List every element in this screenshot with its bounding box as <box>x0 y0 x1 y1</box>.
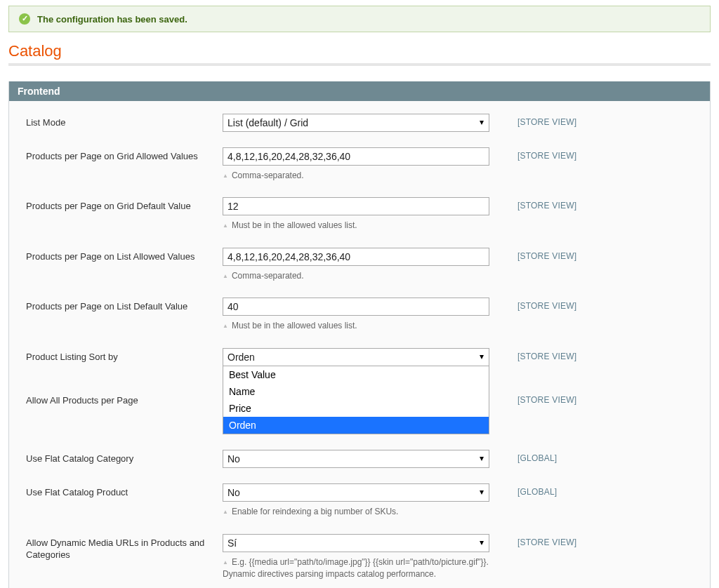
notice-text: The configuration has been saved. <box>37 14 187 25</box>
page-title: Catalog <box>8 42 711 60</box>
list-default-input[interactable] <box>223 298 489 316</box>
row-list-default: Products per Page on List Default Value … <box>26 298 700 332</box>
row-flat-category: Use Flat Catalog Category No [GLOBAL] <box>26 450 700 468</box>
sort-option-orden[interactable]: Orden <box>223 417 489 434</box>
scope-label: [STORE VIEW] <box>517 147 576 161</box>
row-flat-product: Use Flat Catalog Product No Enable for r… <box>26 483 700 518</box>
label-list-mode: List Mode <box>26 114 223 129</box>
label-grid-default: Products per Page on Grid Default Value <box>26 197 223 213</box>
row-grid-default: Products per Page on Grid Default Value … <box>26 197 700 232</box>
sort-option-best-value[interactable]: Best Value <box>223 366 489 383</box>
check-icon <box>19 13 30 25</box>
label-list-default: Products per Page on List Default Value <box>26 298 223 313</box>
row-dynamic-media: Allow Dynamic Media URLs in Products and… <box>26 534 700 581</box>
scope-label: [STORE VIEW] <box>517 298 576 311</box>
select-wrap: No <box>223 483 489 502</box>
row-sort-by: Product Listing Sort by Orden Best Value… <box>26 348 700 366</box>
flat-category-select[interactable]: No <box>223 450 489 468</box>
grid-allowed-input[interactable] <box>223 147 489 166</box>
panel-body: List Mode List (default) / Grid [STORE V… <box>9 101 710 588</box>
sort-option-price[interactable]: Price <box>223 400 489 417</box>
scope-label: [STORE VIEW] <box>517 197 576 211</box>
row-list-allowed: Products per Page on List Allowed Values… <box>26 248 700 282</box>
sort-option-name[interactable]: Name <box>223 383 489 400</box>
label-sort-by: Product Listing Sort by <box>26 348 223 363</box>
flat-product-select[interactable]: No <box>223 483 489 502</box>
frontend-panel: Frontend List Mode List (default) / Grid… <box>8 81 711 588</box>
success-notice: The configuration has been saved. <box>8 6 711 32</box>
select-wrap: List (default) / Grid <box>223 114 489 132</box>
hint-grid-default: Must be in the allowed values list. <box>223 220 489 232</box>
sort-by-select[interactable]: Orden <box>223 348 489 366</box>
select-wrap: No <box>223 450 489 468</box>
row-grid-allowed: Products per Page on Grid Allowed Values… <box>26 147 700 182</box>
hint-dynamic-media: E.g. {{media url="path/to/image.jpg"}} {… <box>223 556 489 581</box>
select-wrap: Sí <box>223 534 489 552</box>
hint-list-default: Must be in the allowed values list. <box>223 320 489 332</box>
dynamic-media-select[interactable]: Sí <box>223 534 489 552</box>
scope-label: [STORE VIEW] <box>517 348 576 361</box>
select-wrap: Orden <box>223 348 489 366</box>
label-list-allowed: Products per Page on List Allowed Values <box>26 248 223 263</box>
scope-label: [STORE VIEW] <box>517 248 576 261</box>
scope-label: [STORE VIEW] <box>517 534 576 547</box>
section-title: Frontend <box>9 81 710 101</box>
list-allowed-input[interactable] <box>223 248 489 266</box>
label-flat-product: Use Flat Catalog Product <box>26 483 223 499</box>
row-list-mode: List Mode List (default) / Grid [STORE V… <box>26 114 700 132</box>
grid-default-input[interactable] <box>223 197 489 215</box>
label-allow-all: Allow All Products per Page <box>26 392 223 407</box>
scope-label: [STORE VIEW] <box>517 392 576 405</box>
sort-by-dropdown[interactable]: Best Value Name Price Orden <box>223 366 489 434</box>
scope-label: [GLOBAL] <box>517 450 557 463</box>
label-dynamic-media: Allow Dynamic Media URLs in Products and… <box>26 534 223 561</box>
scope-label: [STORE VIEW] <box>517 114 576 127</box>
hint-grid-allowed: Comma-separated. <box>223 170 489 182</box>
label-flat-category: Use Flat Catalog Category <box>26 450 223 465</box>
label-grid-allowed: Products per Page on Grid Allowed Values <box>26 147 223 163</box>
divider <box>8 63 711 66</box>
list-mode-select[interactable]: List (default) / Grid <box>223 114 489 132</box>
hint-flat-product: Enable for reindexing a big number of SK… <box>223 506 489 518</box>
scope-label: [GLOBAL] <box>517 483 557 497</box>
hint-list-allowed: Comma-separated. <box>223 270 489 282</box>
